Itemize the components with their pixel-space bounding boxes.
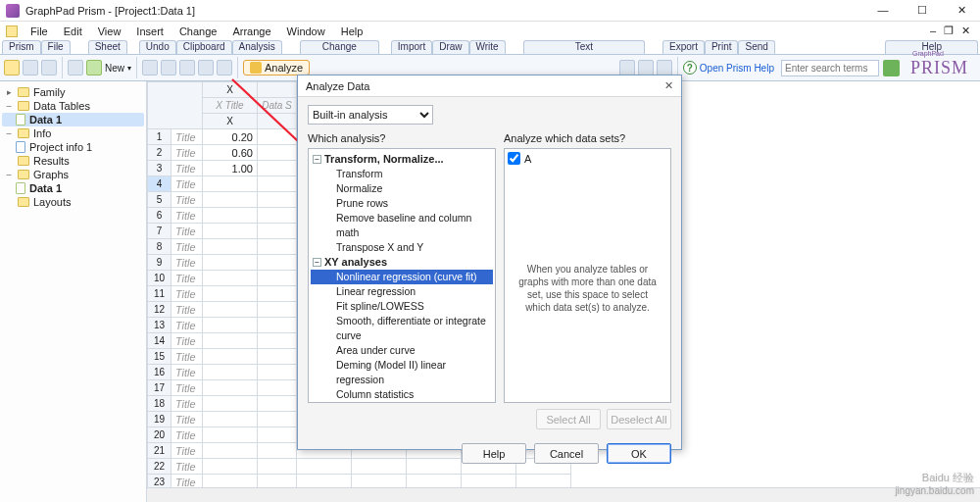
window-titlebar: GraphPad Prism - [Project1:Data 1] — ☐ ✕ — [0, 0, 980, 22]
graph-icon — [16, 182, 25, 194]
dialog-close-button[interactable]: ✕ — [664, 79, 673, 92]
menu-insert[interactable]: Insert — [129, 25, 171, 38]
cat-prism[interactable]: Prism — [2, 40, 41, 54]
nav-project-info[interactable]: Project info 1 — [2, 140, 144, 154]
divider — [136, 57, 137, 78]
cat-analysis[interactable]: Analysis — [232, 40, 282, 54]
info-icon — [16, 141, 25, 153]
analysis-tree[interactable]: −Transform, Normalize...TransformNormali… — [308, 148, 496, 403]
cat-sheet[interactable]: Sheet — [88, 40, 127, 54]
folder-icon — [18, 87, 29, 97]
menu-help[interactable]: Help — [334, 25, 370, 38]
print-icon[interactable] — [638, 60, 654, 75]
cat-import[interactable]: Import — [391, 40, 432, 54]
menu-view[interactable]: View — [91, 25, 128, 38]
deselect-all-button[interactable]: Deselect All — [607, 409, 671, 429]
mdi-minimize-button[interactable]: – — [930, 25, 936, 37]
table-icon — [16, 114, 25, 126]
analyze-label: Analyze — [265, 62, 303, 74]
analyze-icon — [250, 62, 262, 74]
which-analysis-label: Which analysis? — [308, 132, 496, 144]
dataset-a-checkbox[interactable] — [508, 152, 520, 165]
cat-clipboard[interactable]: Clipboard — [176, 40, 232, 54]
navigator-panel: ▸Family –Data Tables Data 1 –Info Projec… — [0, 81, 147, 502]
help-icon[interactable]: ? — [683, 61, 697, 75]
dropdown-icon[interactable]: ▾ — [127, 64, 131, 73]
menu-file[interactable]: File — [24, 25, 55, 38]
prism-icon[interactable] — [4, 60, 20, 75]
ribbon-category-row: Prism File Sheet Undo Clipboard Analysis… — [0, 40, 980, 54]
cat-send[interactable]: Send — [738, 40, 774, 54]
cat-undo[interactable]: Undo — [139, 40, 176, 54]
divider — [62, 57, 63, 78]
doc-icon — [6, 25, 18, 37]
export-icon[interactable] — [619, 60, 635, 75]
folder-icon — [18, 170, 29, 179]
mdi-close-button[interactable]: ✕ — [961, 25, 970, 37]
minimize-button[interactable]: — — [870, 4, 896, 17]
horizontal-scrollbar[interactable] — [147, 487, 980, 502]
prism-logo-text: PRISM — [910, 58, 968, 77]
divider — [237, 57, 238, 78]
cat-export[interactable]: Export — [662, 40, 705, 54]
cat-print[interactable]: Print — [705, 40, 739, 54]
analysis-type-select[interactable]: Built-in analysis — [308, 105, 433, 125]
help-button[interactable]: Help — [462, 443, 526, 464]
window-title: GraphPad Prism - [Project1:Data 1] — [25, 5, 195, 17]
cut-icon[interactable] — [179, 60, 195, 75]
menu-edit[interactable]: Edit — [57, 25, 89, 38]
open-icon[interactable] — [23, 60, 38, 75]
which-datasets-label: Analyze which data sets? — [504, 132, 671, 144]
select-all-button[interactable]: Select All — [536, 409, 601, 429]
cancel-button[interactable]: Cancel — [534, 443, 599, 464]
watermark: Baidu 经验 jingyan.baidu.com — [895, 471, 974, 496]
folder-icon — [18, 156, 29, 166]
nav-family[interactable]: ▸Family — [2, 85, 144, 99]
nav-graph-data-1[interactable]: Data 1 — [2, 181, 144, 195]
cat-write[interactable]: Write — [469, 40, 506, 54]
help-link[interactable]: Open Prism Help — [700, 63, 774, 74]
copy-icon[interactable] — [198, 60, 214, 75]
menu-arrange[interactable]: Arrange — [225, 25, 277, 38]
nav-layouts[interactable]: Layouts — [2, 195, 144, 209]
nav-data-tables[interactable]: –Data Tables — [2, 99, 144, 113]
undo-icon[interactable] — [142, 60, 158, 75]
folder-icon — [18, 128, 29, 138]
nav-data-1[interactable]: Data 1 — [2, 113, 144, 126]
close-file-icon[interactable] — [68, 60, 83, 75]
dataset-list[interactable]: A When you analyze tables or graphs with… — [504, 148, 671, 403]
dialog-title: Analyze Data — [306, 80, 369, 92]
redo-icon[interactable] — [161, 60, 176, 75]
dataset-row-a[interactable]: A — [508, 152, 667, 165]
nav-info[interactable]: –Info — [2, 126, 144, 140]
folder-icon — [18, 101, 29, 111]
mdi-restore-button[interactable]: ❐ — [944, 25, 954, 37]
cat-change[interactable]: Change — [300, 40, 379, 54]
new-icon[interactable] — [86, 60, 102, 75]
paste-icon[interactable] — [217, 60, 232, 75]
nav-results[interactable]: Results — [2, 154, 144, 168]
cat-draw[interactable]: Draw — [432, 40, 468, 54]
ok-button[interactable]: OK — [607, 443, 671, 464]
save-icon[interactable] — [41, 60, 57, 75]
analyze-button[interactable]: Analyze — [243, 60, 310, 75]
analyze-data-dialog: Analyze Data ✕ Built-in analysis Which a… — [297, 75, 682, 450]
folder-icon — [18, 197, 29, 207]
logo-sup: GraphPad — [912, 50, 944, 57]
menu-change[interactable]: Change — [172, 25, 224, 38]
menu-window[interactable]: Window — [280, 25, 332, 38]
close-button[interactable]: ✕ — [949, 4, 974, 17]
dataset-hint: When you analyze tables or graphs with m… — [508, 263, 667, 314]
menu-bar: File Edit View Insert Change Arrange Win… — [0, 22, 980, 40]
dialog-titlebar: Analyze Data ✕ — [298, 75, 681, 97]
send-icon[interactable] — [657, 60, 672, 75]
cat-text[interactable]: Text — [523, 40, 645, 54]
cat-file[interactable]: File — [41, 40, 71, 54]
app-logo-icon — [6, 4, 20, 18]
nav-graphs[interactable]: –Graphs — [2, 168, 144, 181]
search-go-button[interactable] — [883, 60, 900, 76]
new-label: New — [105, 63, 124, 74]
maximize-button[interactable]: ☐ — [909, 4, 935, 17]
search-input[interactable] — [781, 60, 879, 76]
